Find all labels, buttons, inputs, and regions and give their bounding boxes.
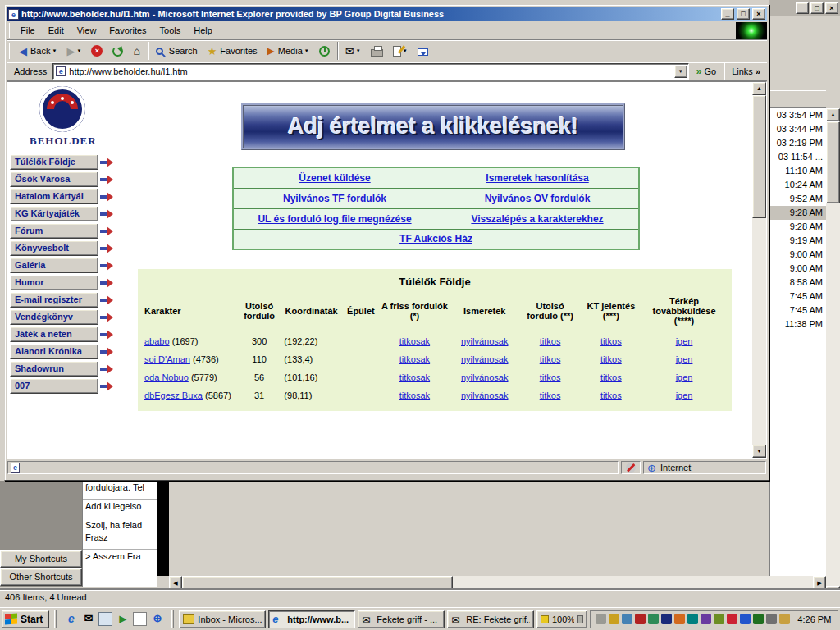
minimize-icon[interactable]: _ — [796, 2, 809, 14]
sidebar-item-forum[interactable]: Fórum — [10, 223, 98, 239]
search-button[interactable]: Search — [151, 41, 203, 61]
sidebar-item-vendegkonyv[interactable]: Vendégkönyv — [10, 309, 98, 325]
refresh-button[interactable] — [107, 41, 128, 61]
link-uzenet-kuldese[interactable]: Üzenet küldése — [299, 172, 370, 184]
links-toolbar[interactable]: Links — [727, 66, 765, 76]
message-time[interactable]: 9:00 AM — [770, 262, 826, 276]
quicklaunch-ie-icon[interactable]: e — [64, 612, 78, 626]
ie-titlebar[interactable]: e http://www.beholder.hu/l1.htm - Micros… — [7, 7, 767, 21]
scroll-right-icon[interactable]: ▶ — [813, 576, 826, 590]
link-tf-aukcios-haz[interactable]: TF Aukciós Ház — [399, 233, 472, 244]
tray-icon[interactable] — [727, 614, 737, 624]
link-ul-log-megnezese[interactable]: UL és forduló log file megnézése — [258, 213, 411, 225]
taskbar-clock[interactable]: 4:26 PM — [792, 614, 831, 624]
sidebar-item-osok-varosa[interactable]: Ősök Városa — [10, 171, 98, 187]
scroll-left-icon[interactable]: ◀ — [169, 576, 182, 590]
other-shortcuts-button[interactable]: Other Shortcuts — [0, 568, 82, 586]
map-forward-link[interactable]: igen — [676, 372, 693, 382]
sidebar-item-007[interactable]: 007 — [10, 378, 98, 394]
quicklaunch-mail-icon[interactable] — [81, 612, 95, 626]
message-time-selected[interactable]: 9:28 AM — [770, 206, 826, 220]
mail-button[interactable]: ▼ — [340, 41, 366, 61]
link-nyilvanos-tf-fordulok[interactable]: Nyilvános TF fordulók — [283, 193, 386, 204]
knowledge-link[interactable]: nyilvánosak — [461, 372, 508, 382]
back-button[interactable]: Back ▼ — [14, 41, 62, 61]
tray-icon[interactable] — [766, 614, 777, 624]
tray-icon[interactable] — [596, 614, 606, 624]
back-dropdown-icon[interactable]: ▼ — [52, 48, 57, 53]
menu-file[interactable]: File — [14, 23, 42, 38]
kt-report-link[interactable]: titkos — [600, 354, 622, 364]
close-icon[interactable]: × — [825, 2, 838, 14]
my-shortcuts-button[interactable]: My Shortcuts — [0, 550, 82, 568]
sidebar-item-kg-kartyajatek[interactable]: KG Kártyajáték — [10, 206, 98, 221]
message-time[interactable]: 11:38 PM — [770, 317, 826, 331]
tray-icon[interactable] — [661, 614, 672, 624]
message-time[interactable]: 7:45 AM — [770, 304, 826, 317]
task-re-fekete-griff[interactable]: RE: Fekete grif... — [447, 610, 534, 628]
task-ie-beholder[interactable]: e http://www.b... — [268, 610, 355, 628]
knowledge-link[interactable]: nyilvánosak — [461, 354, 508, 364]
fresh-rounds-link[interactable]: titkosak — [399, 336, 430, 346]
menu-help[interactable]: Help — [187, 23, 219, 38]
close-icon[interactable]: × — [752, 8, 765, 20]
message-time[interactable]: 9:28 AM — [770, 220, 826, 234]
fresh-rounds-link[interactable]: titkosak — [399, 354, 430, 364]
message-time[interactable]: 10:24 AM — [770, 178, 826, 192]
last-round-link[interactable]: titkos — [540, 336, 561, 346]
task-fekete-griff[interactable]: Fekete griff - ... — [358, 610, 445, 628]
message-time[interactable]: 8:58 AM — [770, 276, 826, 290]
scrollbar-thumb[interactable] — [752, 95, 766, 218]
minimize-icon[interactable]: _ — [721, 8, 734, 20]
message-time[interactable]: 11:10 AM — [770, 164, 826, 178]
media-button[interactable]: Media ▼ — [262, 41, 314, 61]
character-link[interactable]: dbEgesz Buxa — [144, 390, 203, 400]
start-button[interactable]: Start — [2, 610, 49, 628]
forward-dropdown-icon[interactable]: ▼ — [76, 48, 81, 53]
tray-icon[interactable] — [779, 614, 790, 624]
sidebar-item-hatalom-kartyai[interactable]: Hatalom Kártyái — [10, 189, 98, 204]
message-time[interactable]: 9:00 AM — [770, 248, 826, 262]
tray-icon[interactable] — [635, 614, 646, 624]
toolbar-grip[interactable] — [9, 43, 11, 60]
background-horizontal-scrollbar[interactable]: ◀ ▶ — [169, 576, 826, 590]
menu-favorites[interactable]: Favorites — [103, 23, 153, 38]
message-time[interactable]: 03 3:54 PM — [770, 108, 826, 122]
scroll-down-icon[interactable]: ▼ — [752, 445, 766, 458]
kt-report-link[interactable]: titkos — [600, 390, 622, 400]
scroll-up-icon[interactable]: ▲ — [826, 108, 840, 121]
quicklaunch-browser-icon[interactable] — [150, 612, 164, 626]
fresh-rounds-link[interactable]: titkosak — [399, 372, 430, 382]
character-link[interactable]: ababo — [144, 336, 170, 346]
taskbar-grip[interactable] — [171, 610, 174, 628]
message-time[interactable]: 03 2:19 PM — [770, 136, 826, 150]
edit-button[interactable]: ▼ — [388, 41, 413, 61]
map-forward-link[interactable]: igen — [676, 354, 693, 364]
ad-banner[interactable]: Adj értelmet a klikkelésnek! — [241, 103, 625, 150]
menu-tools[interactable]: Tools — [153, 23, 188, 38]
menu-edit[interactable]: Edit — [42, 23, 71, 38]
last-round-link[interactable]: titkos — [540, 372, 561, 382]
history-button[interactable] — [314, 41, 335, 61]
quicklaunch-document-icon[interactable] — [133, 612, 147, 626]
message-list-column-header[interactable] — [769, 90, 826, 108]
scroll-up-icon[interactable]: ▲ — [752, 82, 766, 95]
tray-icon[interactable] — [714, 614, 724, 624]
map-forward-link[interactable]: igen — [676, 336, 693, 346]
tray-icon[interactable] — [687, 614, 698, 624]
link-visszalepes-karakterekhez[interactable]: Visszalépés a karakterekhez — [471, 213, 603, 225]
last-round-link[interactable]: titkos — [540, 354, 561, 364]
tray-icon[interactable] — [622, 614, 632, 624]
maximize-icon[interactable]: □ — [810, 2, 824, 14]
links-chevron-icon[interactable] — [756, 66, 760, 76]
scrollbar-thumb[interactable] — [826, 121, 840, 203]
tray-icon[interactable] — [609, 614, 619, 624]
sidebar-item-email-regiszter[interactable]: E-mail regiszter — [10, 292, 98, 308]
fresh-rounds-link[interactable]: titkosak — [399, 390, 430, 400]
go-button[interactable]: Go — [692, 64, 721, 79]
favorites-button[interactable]: Favorites — [203, 41, 262, 61]
page-vertical-scrollbar[interactable]: ▲ ▼ — [752, 82, 766, 458]
message-time[interactable]: 03 3:44 PM — [770, 122, 826, 136]
message-time[interactable]: 9:52 AM — [770, 192, 826, 206]
menubar-grip[interactable] — [9, 23, 11, 38]
